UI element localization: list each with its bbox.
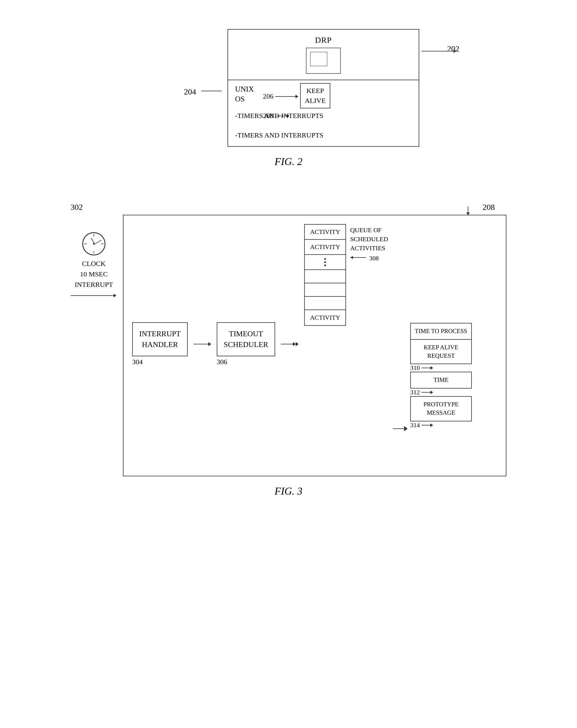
queue-item-activity-last: ACTIVITY [305,310,345,325]
timeout-scheduler-text: TIMEOUT SCHEDULER [224,330,268,348]
fig3-top-labels: 302 208 [71,203,506,212]
svg-marker-12 [404,426,408,431]
ref-306: 306 [217,358,227,366]
timeout-scheduler-box: TIMEOUT SCHEDULER [217,322,275,356]
svg-marker-7 [113,294,116,297]
queue-item-empty-2 [305,283,345,297]
lower-section: UNIX OS 206 KEEP ALIVE 208 [235,84,412,120]
divider-line [228,80,419,80]
fig2-section: 204 DRP 202 UNIX O [187,29,390,168]
timers-text-2: -TIMERS AND INTERRUPTS [235,131,323,139]
queue-item-empty-1 [305,270,345,283]
ref-206: 206 [263,93,273,100]
time-box: TIME [410,372,472,388]
fig2-caption: FIG. 2 [274,155,303,168]
clock-arrow [71,293,117,298]
clock-column: CLOCK 10 MSEC INTERRUPT [71,215,117,298]
arrow-ts-queue [281,344,298,344]
queue-item-empty-3 [305,297,345,310]
timers-text: -TIMERS AND INTERRUPTS [235,112,412,120]
ref-204-arrow [201,91,222,91]
interrupt-handler-box: INTERRUPT HANDLER [132,322,188,356]
ref-208-pointer [459,207,477,215]
clock-label: CLOCK 10 MSEC INTERRUPT [75,258,113,290]
unix-os-text: UNIX OS [235,84,258,104]
queue-of-label: QUEUE OF SCHEDULED ACTIVITIES [350,226,388,253]
keep-alive-box: KEEP ALIVE [300,83,330,108]
interrupt-handler-text: INTERRUPT HANDLER [139,330,181,348]
ref-310-arrow [422,365,433,370]
queue-and-details: ACTIVITY ACTIVITY [304,224,497,429]
queue-list-and-meta: ACTIVITY ACTIVITY [304,224,388,326]
timeout-scheduler-col: TIMEOUT SCHEDULER 306 [217,322,275,366]
fig3-ref-208: 208 [482,203,495,212]
clock-icon [82,232,105,256]
ref-314-arrow [422,422,433,428]
svg-marker-16 [430,391,433,394]
ref-202-arrow [422,48,456,54]
queue-item-activity-1: ACTIVITY [305,225,345,240]
queue-item-activity-2: ACTIVITY [305,240,345,255]
ref-304: 304 [132,358,143,366]
fig3-ref-302: 302 [71,203,83,212]
svg-marker-18 [430,423,433,427]
drp-inner-box [306,48,341,74]
clock-hand-minute [95,240,102,244]
time-to-process-box: TIME TO PROCESS [410,323,472,339]
ref-312: 312 [410,389,420,396]
fig2-outer-box: DRP 202 UNIX OS 206 [228,29,419,147]
prototype-message-box: PROTOTYPE MESSAGE [410,396,472,421]
svg-marker-14 [430,366,433,370]
fig3-body: CLOCK 10 MSEC INTERRUPT INTERRUPT HAND [71,215,506,476]
ref-314: 314 [410,421,420,429]
activity-queue-list: ACTIVITY ACTIVITY [304,224,346,326]
ref-308: 308 [350,255,388,262]
ref-312-arrow [422,390,433,395]
ref-206-arrow [275,94,298,99]
interrupt-handler-col: INTERRUPT HANDLER 304 [132,322,188,366]
ref-308-arrow [350,255,368,260]
fig3-caption: FIG. 3 [274,485,303,497]
svg-marker-11 [350,256,353,259]
drp-inner-inner [310,52,327,66]
svg-marker-3 [295,95,298,98]
ref-204: 204 [184,87,196,97]
fig3-main-box: INTERRUPT HANDLER 304 TIMEOUT SCHEDULER … [123,215,506,476]
ref-310: 310 [410,364,420,372]
queue-metadata: QUEUE OF SCHEDULED ACTIVITIES 308 [350,224,388,262]
queue-item-dots [305,255,345,270]
details-area: TIME TO PROCESS KEEP ALIVE REQUEST 310 [410,323,472,429]
fig3-diagram: 302 208 CLOCK 10 MSEC INTERRUPT [71,203,506,476]
svg-marker-9 [466,212,470,215]
drp-label: DRP [235,35,412,45]
keep-alive-req-box: KEEP ALIVE REQUEST [410,340,472,364]
fig2-diagram: 204 DRP 202 UNIX O [187,29,390,147]
queue-to-detail-arrow [404,426,408,431]
arrow-ih-ts [193,344,211,344]
fig3-section: 302 208 CLOCK 10 MSEC INTERRUPT [71,203,506,497]
svg-marker-1 [453,49,456,53]
